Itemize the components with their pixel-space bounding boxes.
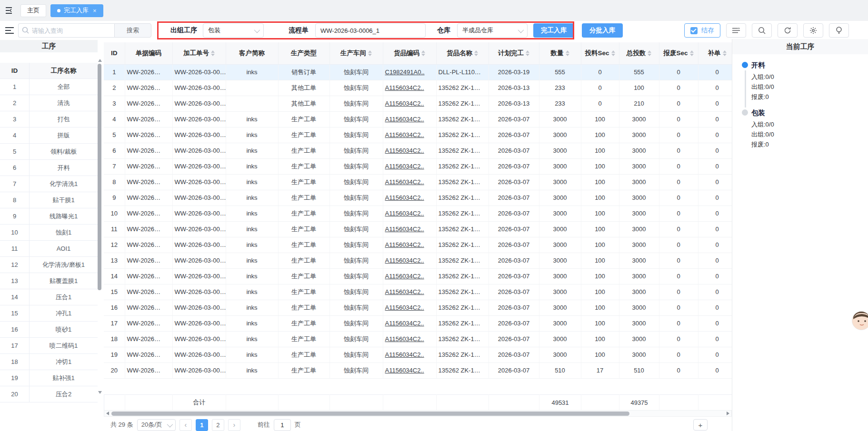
sort-carets-icon[interactable] [723,50,727,56]
sort-carets-icon[interactable] [566,50,569,56]
table-row[interactable]: 12WW-2026…WW-2026-03-00…inks生产工单蚀刻车间A115… [104,237,779,253]
page-number-button[interactable]: 2 [212,419,224,431]
table-row[interactable]: 1WW-2026…WW-2026-03-00…inks销售订单蚀刻车间C1982… [104,64,779,80]
table-search-button[interactable] [752,23,772,38]
horizontal-scrollbar-thumb[interactable] [111,411,629,416]
sort-carets-icon[interactable] [474,50,478,56]
product-code-link[interactable]: A1156034C2.. [385,225,424,233]
product-code-link[interactable]: A1156034C2.. [385,351,424,358]
table-row[interactable]: 5WW-2026…WW-2026-03-00…inks生产工单蚀刻车间A1156… [104,127,779,143]
column-filter-button[interactable] [726,23,746,38]
process-row[interactable]: 18 冲切1 [0,354,98,370]
sort-carets-icon[interactable] [421,50,425,56]
scroll-right-arrow-icon[interactable] [725,411,731,415]
table-row[interactable]: 16WW-2026…WW-2026-03-00…inks生产工单蚀刻车间A115… [104,300,779,315]
process-row[interactable]: 20 压合2 [0,386,98,402]
process-row[interactable]: 17 喷二维码1 [0,338,98,354]
product-code-link[interactable]: A1156034C2.. [385,131,424,138]
sort-carets-icon[interactable] [211,50,215,56]
process-row[interactable]: 19 贴补强1 [0,370,98,386]
column-header[interactable]: 加工单号 [172,42,226,64]
table-row[interactable]: 2WW-2026…WW-2026-03-00…其他工单蚀刻车间A1156034C… [104,80,779,96]
horizontal-scrollbar[interactable] [104,410,732,417]
column-header[interactable]: 计划完工 [489,42,539,64]
product-code-link[interactable]: C1982491A0.. [385,69,425,76]
product-code-link[interactable]: A1156034C2.. [385,194,424,201]
column-header[interactable]: 货品编码 [383,42,436,64]
column-header[interactable]: 数量 [539,42,581,64]
sort-carets-icon[interactable] [526,50,529,56]
product-code-link[interactable]: A1156034C2.. [385,241,424,248]
goto-page-input[interactable] [274,419,291,431]
process-row[interactable]: 2 清洗 [0,95,98,111]
table-row[interactable]: 13WW-2026…WW-2026-03-00…inks生产工单蚀刻车间A115… [104,253,779,268]
sort-carets-icon[interactable] [611,50,615,56]
table-row[interactable]: 18WW-2026…WW-2026-03-00…inks生产工单蚀刻车间A115… [104,331,779,347]
lightbulb-button[interactable] [829,23,849,38]
add-button[interactable]: + [693,419,708,431]
finish-inbound-button[interactable]: 完工入库 [533,23,574,38]
out-process-select[interactable]: 包装 [203,23,264,38]
product-code-link[interactable]: A1156034C2.. [385,84,424,91]
assistant-avatar[interactable] [852,311,868,330]
sort-carets-icon[interactable] [690,50,694,56]
product-code-link[interactable]: A1156034C2.. [385,100,424,107]
column-header[interactable]: 生产车间 [329,42,383,64]
table-row[interactable]: 20WW-2026…WW-2026-03-00…inks生产工单蚀刻车间A115… [104,362,779,378]
product-code-link[interactable]: A1156034C2.. [385,257,424,264]
process-row[interactable]: 14 压合1 [0,289,98,305]
settings-gear-button[interactable] [803,23,823,38]
scroll-left-arrow-icon[interactable] [104,411,111,415]
table-row[interactable]: 3WW-2026…WW-2026-03-00…其他工单蚀刻车间A1156034C… [104,96,779,111]
sort-carets-icon[interactable] [648,50,651,56]
process-row[interactable]: 7 化学清洗1 [0,176,98,192]
table-row[interactable]: 7WW-2026…WW-2026-03-00…inks生产工单蚀刻车间A1156… [104,158,779,174]
column-header[interactable]: 投料Sec [581,42,619,64]
search-button[interactable]: 搜索 [114,23,151,38]
column-header[interactable]: 货品名称 [436,42,489,64]
refresh-button[interactable] [778,23,798,38]
sidebar-vertical-scrollbar[interactable] [98,64,101,290]
process-row[interactable]: 11 AOI1 [0,241,98,257]
table-row[interactable]: 6WW-2026…WW-2026-03-00…inks生产工单蚀刻车间A1156… [104,143,779,158]
process-row[interactable]: 9 线路曝光1 [0,208,98,225]
table-row[interactable]: 10WW-2026…WW-2026-03-00…inks生产工单蚀刻车间A115… [104,206,779,221]
product-code-link[interactable]: A1156034C2.. [385,367,424,374]
process-row[interactable]: 16 喷砂1 [0,322,98,338]
sort-carets-icon[interactable] [368,50,372,56]
process-row[interactable]: 12 化学清洗/磨板1 [0,257,98,273]
table-row[interactable]: 9WW-2026…WW-2026-03-00…inks生产工单蚀刻车间A1156… [104,190,779,206]
process-row[interactable]: 4 拼版 [0,127,98,144]
product-code-link[interactable]: A1156034C2.. [385,335,424,343]
product-code-link[interactable]: A1156034C2.. [385,210,424,217]
table-row[interactable]: 11WW-2026…WW-2026-03-00…inks生产工单蚀刻车间A115… [104,221,779,237]
balance-checkbox-button[interactable]: 结存 [684,23,720,38]
scrollbar-down-arrow-icon[interactable] [98,391,102,394]
table-row[interactable]: 15WW-2026…WW-2026-03-00…inks生产工单蚀刻车间A115… [104,284,779,300]
table-row[interactable]: 14WW-2026…WW-2026-03-00…inks生产工单蚀刻车间A115… [104,268,779,284]
page-size-select[interactable]: 20条/页 [137,419,176,431]
product-code-link[interactable]: A1156034C2.. [385,304,424,311]
column-header[interactable]: 报废Sec [659,42,698,64]
table-row[interactable]: 4WW-2026…WW-2026-03-00…inks生产工单蚀刻车间A1156… [104,111,779,127]
checkbox-checked-icon[interactable] [690,27,698,34]
warehouse-select[interactable]: 半成品仓库 [457,23,528,38]
next-page-button[interactable]: › [228,419,240,431]
menu-icon[interactable] [4,25,15,36]
table-row[interactable]: 8WW-2026…WW-2026-03-00…inks生产工单蚀刻车间A1156… [104,174,779,190]
scrollbar-up-arrow-icon[interactable] [98,59,102,62]
process-row[interactable]: 15 冲孔1 [0,305,98,322]
product-code-link[interactable]: A1156034C2.. [385,163,424,170]
product-code-link[interactable]: A1156034C2.. [385,147,424,154]
table-row[interactable]: 19WW-2026…WW-2026-03-00…inks生产工单蚀刻车间A115… [104,347,779,362]
product-code-link[interactable]: A1156034C2.. [385,320,424,327]
flow-input[interactable] [315,23,426,38]
column-header[interactable]: 补单 [698,42,736,64]
process-row[interactable]: 1 全部 [0,79,98,95]
process-row[interactable]: 5 领料/裁板 [0,144,98,160]
prev-page-button[interactable]: ‹ [180,419,192,431]
table-row[interactable]: 17WW-2026…WW-2026-03-00…inks生产工单蚀刻车间A115… [104,315,779,331]
search-input[interactable] [18,23,114,38]
process-row[interactable]: 6 开料 [0,160,98,176]
process-row[interactable]: 8 贴干膜1 [0,192,98,208]
